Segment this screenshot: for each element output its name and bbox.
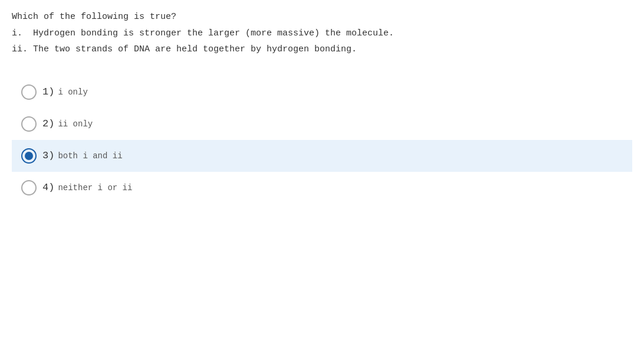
question-intro: Which of the following is true? i. Hydro… bbox=[12, 9, 632, 57]
option-2[interactable]: 2) ii only bbox=[12, 108, 632, 140]
option-4[interactable]: 4) neither i or ii bbox=[12, 172, 632, 204]
question-statement-1: i. Hydrogen bonding is stronger the larg… bbox=[12, 26, 632, 41]
radio-3[interactable] bbox=[21, 148, 37, 164]
question-statement-2: ii. The two strands of DNA are held toge… bbox=[12, 42, 632, 57]
option-3-number: 3) bbox=[42, 150, 54, 161]
option-4-number: 4) bbox=[42, 182, 54, 193]
radio-1[interactable] bbox=[21, 84, 37, 100]
option-4-text: neither i or ii bbox=[58, 183, 132, 193]
radio-2[interactable] bbox=[21, 116, 37, 132]
question-intro-line: Which of the following is true? bbox=[12, 9, 632, 25]
question-container: Which of the following is true? i. Hydro… bbox=[12, 9, 632, 204]
radio-4[interactable] bbox=[21, 180, 37, 195]
options-list: 1) i only 2) ii only 3) both i and ii 4)… bbox=[12, 76, 632, 204]
radio-3-fill bbox=[25, 152, 33, 160]
option-3-text: both i and ii bbox=[58, 151, 122, 161]
option-2-number: 2) bbox=[42, 118, 54, 129]
option-2-text: ii only bbox=[58, 119, 93, 129]
option-3[interactable]: 3) both i and ii bbox=[12, 140, 632, 172]
option-1-text: i only bbox=[58, 87, 87, 97]
option-1-number: 1) bbox=[42, 86, 54, 97]
option-1[interactable]: 1) i only bbox=[12, 76, 632, 108]
